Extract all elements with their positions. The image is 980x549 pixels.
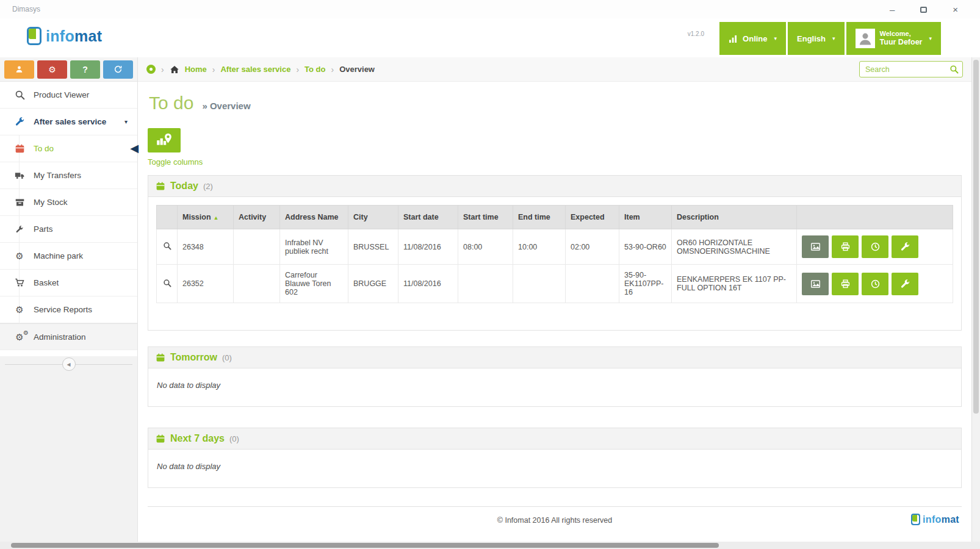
- column-header-expected[interactable]: Expected: [566, 206, 619, 229]
- breadcrumb-separator: ›: [161, 65, 164, 74]
- page-title: To do: [149, 93, 193, 113]
- minimize-button[interactable]: –: [890, 5, 895, 14]
- sidebar-item-product-viewer[interactable]: Product Viewer: [0, 82, 137, 109]
- user-menu-button[interactable]: Welcome, Tuur Defoer ▾: [846, 22, 941, 55]
- sidebar-quick-buttons: ⚙ ?: [0, 57, 137, 82]
- user-quick-button[interactable]: [4, 60, 34, 79]
- cell-city: BRUSSEL: [348, 229, 398, 265]
- page-subtitle: » Overview: [202, 101, 250, 111]
- image-icon: [810, 242, 821, 252]
- chevron-down-icon: ▾: [124, 118, 131, 125]
- panel-next-7-days-header[interactable]: Next 7 days (0): [148, 428, 961, 450]
- clock-icon: [870, 279, 881, 289]
- sidebar-item-label: After sales service: [34, 117, 106, 126]
- sidebar-item-machine-park[interactable]: ⚙ Machine park: [0, 243, 137, 270]
- column-header-city[interactable]: City: [348, 206, 398, 229]
- sidebar-item-to-do[interactable]: To do ◀: [0, 135, 137, 162]
- cell-mission: 26352: [178, 265, 234, 303]
- cell-end-time: [513, 265, 566, 303]
- column-header-description[interactable]: Description: [672, 206, 797, 229]
- cell-actions: [797, 265, 953, 303]
- breadcrumb-root-icon[interactable]: [146, 65, 156, 74]
- search-icon[interactable]: [949, 65, 959, 74]
- cell-expected: [566, 265, 619, 303]
- sidebar-item-after-sales-service[interactable]: After sales service ▾: [0, 109, 137, 135]
- language-button[interactable]: English ▾: [788, 22, 844, 55]
- history-button[interactable]: [862, 273, 888, 295]
- gear-icon: ⚙: [13, 251, 26, 260]
- breadcrumb-to-do[interactable]: To do: [304, 65, 325, 74]
- sidebar-item-administration[interactable]: ⚙⚙ Administration: [0, 323, 137, 350]
- photos-button[interactable]: [802, 235, 829, 258]
- vertical-scrollbar-thumb[interactable]: [973, 60, 979, 414]
- breadcrumb-home[interactable]: Home: [185, 65, 207, 74]
- caret-down-icon: ▾: [929, 35, 932, 41]
- horizontal-scrollbar[interactable]: [0, 542, 980, 549]
- sidebar-item-label: To do: [34, 144, 54, 153]
- sidebar-collapse-button[interactable]: ◂: [62, 357, 76, 371]
- map-pin-chart-icon: [156, 132, 173, 149]
- sidebar-item-my-stock[interactable]: My Stock: [0, 189, 137, 216]
- column-header-item[interactable]: Item: [619, 206, 672, 229]
- photos-button[interactable]: [802, 273, 829, 295]
- calendar-icon: [156, 181, 165, 191]
- calendar-icon: [13, 143, 26, 154]
- breadcrumb-after-sales-service[interactable]: After sales service: [220, 65, 290, 74]
- infomat-logo-text: infomat: [923, 514, 959, 525]
- panel-today-header[interactable]: Today (2): [148, 176, 961, 197]
- sync-quick-button[interactable]: [103, 60, 133, 79]
- panel-count: (0): [222, 353, 232, 362]
- sidebar-item-label: Machine park: [34, 251, 83, 260]
- infomat-logo-text: infomat: [46, 27, 102, 45]
- history-button[interactable]: [862, 235, 888, 258]
- search-icon: [13, 90, 26, 100]
- column-header-start-date[interactable]: Start date: [398, 206, 458, 229]
- cogs-icon: ⚙: [13, 305, 26, 314]
- panel-next-7-days: Next 7 days (0) No data to display: [148, 428, 962, 488]
- panel-title: Next 7 days: [170, 433, 225, 444]
- column-header-mission[interactable]: Mission▲: [178, 206, 234, 229]
- cell-item: 35-90-EK1107PP-16: [619, 265, 672, 303]
- sidebar-item-my-transfers[interactable]: My Transfers: [0, 162, 137, 189]
- help-quick-button[interactable]: ?: [70, 60, 100, 79]
- calendar-icon: [156, 434, 165, 443]
- row-detail-button[interactable]: [157, 265, 178, 303]
- maximize-button[interactable]: [920, 5, 927, 14]
- toggle-columns-button[interactable]: [148, 128, 181, 152]
- print-button[interactable]: [832, 273, 859, 295]
- vertical-scrollbar[interactable]: [971, 57, 980, 542]
- online-status-button[interactable]: Online ▾: [719, 22, 786, 55]
- search-input[interactable]: [859, 61, 963, 77]
- cell-expected: 02:00: [566, 229, 619, 265]
- cell-address-name: Carrefour Blauwe Toren 602: [280, 265, 348, 303]
- column-header-actions: [797, 206, 953, 229]
- page-title-block: To do » Overview: [149, 93, 962, 113]
- sidebar-item-service-reports[interactable]: ⚙ Service Reports: [0, 296, 137, 323]
- row-detail-button[interactable]: [157, 229, 178, 265]
- service-button[interactable]: [892, 273, 918, 295]
- sidebar: ⚙ ? Product Viewer: [0, 57, 138, 542]
- welcome-label: Welcome,: [880, 30, 923, 38]
- window-title: Dimasys: [12, 5, 40, 13]
- panel-tomorrow-header[interactable]: Tomorrow (0): [148, 347, 961, 368]
- wrench-icon: [13, 117, 26, 127]
- panel-count: (2): [203, 182, 213, 191]
- sidebar-item-basket[interactable]: Basket: [0, 270, 137, 296]
- cell-item: 53-90-OR60: [619, 229, 672, 265]
- column-header-address-name[interactable]: Address Name: [280, 206, 348, 229]
- column-header-end-time[interactable]: End time: [513, 206, 566, 229]
- close-button[interactable]: ×: [953, 5, 958, 14]
- cell-actions: [797, 229, 953, 265]
- cell-description: OR60 HORIZONTALE OMSNOERINGSMACHINE: [672, 229, 797, 265]
- column-header-activity[interactable]: Activity: [234, 206, 280, 229]
- sidebar-item-label: Parts: [34, 224, 53, 234]
- sidebar-item-parts[interactable]: Parts: [0, 216, 137, 243]
- print-button[interactable]: [832, 235, 859, 258]
- horizontal-scrollbar-thumb[interactable]: [11, 543, 719, 548]
- service-button[interactable]: [892, 235, 918, 258]
- column-header-start-time[interactable]: Start time: [458, 206, 513, 229]
- user-welcome-text: Welcome, Tuur Defoer: [880, 30, 923, 47]
- toggle-columns-label[interactable]: Toggle columns: [148, 157, 203, 167]
- gears-quick-button[interactable]: ⚙: [37, 60, 67, 79]
- avatar: [856, 29, 875, 48]
